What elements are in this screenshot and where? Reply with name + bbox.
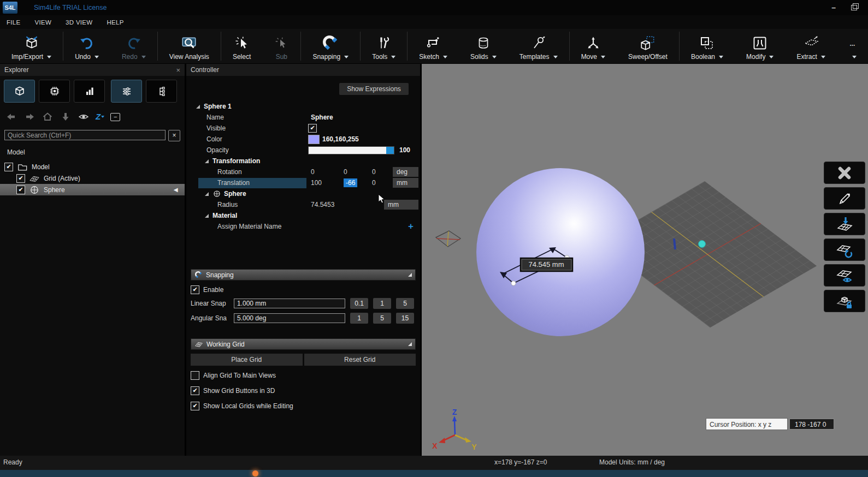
- grid-lock-button[interactable]: [824, 290, 865, 312]
- chevron-down-icon[interactable]: [95, 56, 99, 61]
- tab-simulation[interactable]: [39, 80, 70, 103]
- chevron-down-icon[interactable]: [769, 56, 773, 61]
- checkbox[interactable]: ✔: [16, 186, 25, 194]
- minimize-button[interactable]: –: [831, 3, 836, 12]
- down-arrow-icon[interactable]: [60, 111, 72, 123]
- chevron-down-icon[interactable]: [492, 56, 497, 61]
- collapse-icon[interactable]: [408, 342, 412, 346]
- progress-strip[interactable]: [0, 470, 868, 477]
- visibility-eye-icon[interactable]: [78, 111, 90, 123]
- tool-solids[interactable]: Solids: [459, 29, 508, 63]
- tool-more[interactable]: ...: [837, 29, 868, 63]
- chevron-down-icon[interactable]: [47, 56, 51, 61]
- chevron-down-icon[interactable]: [852, 56, 857, 61]
- tree-row-model[interactable]: ✔ Model: [0, 161, 185, 172]
- grid-reset-button[interactable]: [824, 238, 865, 261]
- expander-icon[interactable]: [205, 192, 209, 196]
- tool-boolean[interactable]: Boolean: [680, 29, 735, 63]
- grid-place-button[interactable]: [824, 213, 865, 235]
- property-row-color[interactable]: Color 160,160,255: [186, 134, 420, 145]
- tool-sweep-offset[interactable]: Sweep/Offset: [617, 29, 679, 63]
- expander-icon[interactable]: [205, 214, 209, 218]
- chevron-down-icon[interactable]: [344, 56, 349, 61]
- chevron-down-icon[interactable]: [821, 56, 825, 61]
- enable-checkbox[interactable]: ✔: [191, 285, 199, 294]
- tool-snapping[interactable]: Snapping: [301, 29, 360, 63]
- add-material-button[interactable]: +: [408, 221, 414, 232]
- close-icon[interactable]: ×: [176, 66, 180, 74]
- tab-properties[interactable]: [111, 80, 142, 103]
- forward-icon[interactable]: [23, 111, 36, 123]
- property-group-transformation[interactable]: Transformation: [186, 156, 420, 166]
- tab-analysis[interactable]: [74, 80, 105, 103]
- property-group-sphere1[interactable]: Sphere 1: [186, 101, 420, 112]
- tool-select[interactable]: Select: [221, 29, 262, 63]
- slider-handle[interactable]: [386, 147, 394, 154]
- chevron-down-icon[interactable]: [553, 56, 558, 61]
- show-expressions-button[interactable]: Show Expressions: [339, 83, 409, 95]
- property-row-material[interactable]: Assign Material Name +: [186, 221, 420, 232]
- checkbox[interactable]: ✔: [16, 174, 25, 183]
- viewport-3d[interactable]: 74.545 mm Z X Y: [422, 64, 868, 456]
- playhead-dot[interactable]: [252, 470, 258, 476]
- place-grid-button[interactable]: Place Grid: [191, 354, 303, 366]
- search-clear-button[interactable]: ×: [168, 130, 180, 141]
- chevron-down-icon[interactable]: [601, 56, 605, 61]
- chevron-down-icon[interactable]: [391, 56, 395, 61]
- tree-row-grid[interactable]: ✔ Grid (Active): [0, 172, 185, 184]
- property-row-name[interactable]: Name Sphere: [186, 112, 420, 123]
- linear-preset-5[interactable]: 5: [396, 298, 414, 309]
- sphere-object[interactable]: [476, 168, 645, 336]
- tab-hierarchy[interactable]: [146, 80, 177, 103]
- property-row-visible[interactable]: Visible ✔: [186, 123, 420, 134]
- grid-edit-button[interactable]: [824, 187, 865, 210]
- angular-preset-5[interactable]: 5: [373, 313, 391, 324]
- tab-model[interactable]: [4, 80, 35, 103]
- working-grid-header[interactable]: Working Grid: [191, 338, 416, 350]
- collapse-icon[interactable]: [408, 273, 412, 277]
- tool-extract[interactable]: Extract: [785, 29, 836, 63]
- expander-icon[interactable]: [205, 159, 209, 163]
- tool-undo[interactable]: Undo: [63, 29, 110, 63]
- property-row-opacity[interactable]: Opacity 100: [186, 145, 420, 156]
- show-grid-buttons-checkbox[interactable]: ✔: [191, 386, 199, 395]
- pin-left-icon[interactable]: ◄: [172, 186, 179, 194]
- angular-snap-input[interactable]: [234, 313, 345, 323]
- expander-icon[interactable]: [196, 105, 200, 109]
- show-local-grids-row[interactable]: ✔ Show Local Grids while Editing: [191, 401, 416, 412]
- reset-grid-button[interactable]: Reset Grid: [304, 354, 416, 366]
- property-row-rotation[interactable]: Rotation 0 0 0 deg: [186, 166, 420, 177]
- radius-value[interactable]: 74.5453: [311, 201, 334, 208]
- menu-3d-view[interactable]: 3D VIEW: [66, 19, 92, 26]
- chevron-down-icon[interactable]: [141, 56, 146, 61]
- angular-preset-1[interactable]: 1: [350, 313, 368, 324]
- tool-tools[interactable]: Tools: [361, 29, 407, 63]
- property-row-translation[interactable]: Translation 100 -66 0 mm: [186, 177, 420, 188]
- sort-z-icon[interactable]: Z: [96, 113, 104, 121]
- menu-help[interactable]: HELP: [107, 19, 123, 26]
- tool-templates[interactable]: Templates: [508, 29, 569, 63]
- checkbox[interactable]: ✔: [4, 163, 13, 171]
- tree-row-sphere[interactable]: ✔ Sphere ◄: [0, 184, 185, 195]
- rotation-x[interactable]: 0: [311, 168, 315, 176]
- back-icon[interactable]: [5, 111, 17, 123]
- align-grid-checkbox[interactable]: [191, 371, 199, 380]
- name-value[interactable]: Sphere: [311, 114, 333, 121]
- tool-sketch[interactable]: Sketch: [408, 29, 459, 63]
- rotation-y[interactable]: 0: [344, 168, 347, 176]
- tool-modify[interactable]: Modify: [735, 29, 785, 63]
- tool-move[interactable]: Move: [570, 29, 617, 63]
- tool-imp-export[interactable]: Imp/Export: [0, 29, 63, 63]
- align-grid-row[interactable]: Align Grid To Main Views: [191, 370, 416, 381]
- grid-visibility-button[interactable]: [824, 264, 865, 287]
- home-icon[interactable]: [42, 111, 54, 123]
- linear-preset-1[interactable]: 1: [373, 298, 391, 309]
- chevron-down-icon[interactable]: [443, 56, 447, 61]
- restore-button[interactable]: [851, 5, 857, 10]
- tool-sub-select[interactable]: Sub: [262, 29, 300, 63]
- angular-preset-15[interactable]: 15: [396, 313, 414, 324]
- rotation-z[interactable]: 0: [372, 168, 376, 176]
- visible-checkbox[interactable]: ✔: [308, 124, 317, 133]
- snapping-enable-row[interactable]: ✔ Enable: [191, 285, 416, 294]
- translation-y[interactable]: -66: [344, 178, 357, 187]
